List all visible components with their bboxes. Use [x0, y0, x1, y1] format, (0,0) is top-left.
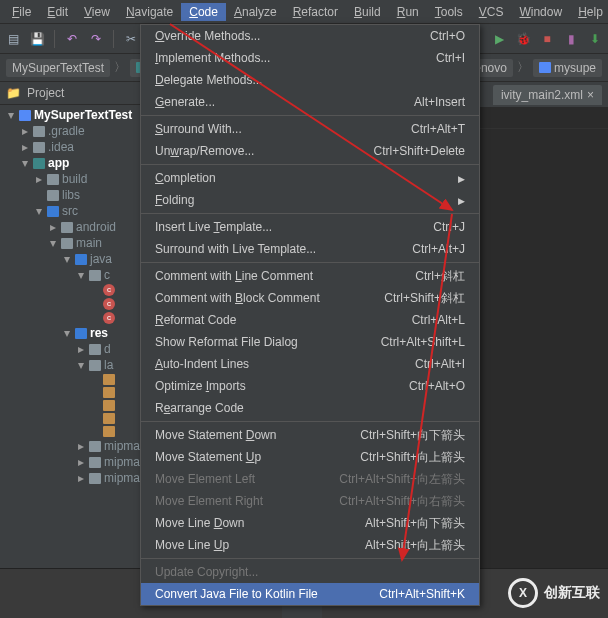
tree-arrow-icon[interactable]: ▾	[48, 236, 58, 250]
crumb-label: MySuperTextTest	[12, 61, 104, 75]
menu-vcs[interactable]: VCS	[471, 3, 512, 21]
menu-item[interactable]: Insert Live Template...Ctrl+J	[141, 216, 479, 238]
tree-label: build	[62, 172, 87, 186]
watermark: X 创新互联	[508, 578, 600, 608]
menu-item[interactable]: Comment with Line CommentCtrl+斜杠	[141, 265, 479, 287]
menu-item[interactable]: Reformat CodeCtrl+Alt+L	[141, 309, 479, 331]
tree-arrow-icon[interactable]: ▾	[20, 156, 30, 170]
folder-icon	[47, 190, 59, 201]
menu-item-label: Move Line Down	[155, 516, 244, 530]
menu-item[interactable]: Unwrap/Remove...Ctrl+Shift+Delete	[141, 140, 479, 162]
tree-label: .gradle	[48, 124, 85, 138]
menu-item[interactable]: Surround With...Ctrl+Alt+T	[141, 118, 479, 140]
source-folder-icon	[47, 206, 59, 217]
run-icon[interactable]: ▶	[490, 30, 508, 48]
class-icon: c	[103, 298, 115, 310]
save-icon[interactable]: 💾	[28, 30, 46, 48]
chevron-right-icon: 〉	[517, 59, 529, 76]
menu-item[interactable]: Show Reformat File DialogCtrl+Alt+Shift+…	[141, 331, 479, 353]
menu-item-label: Surround With...	[155, 122, 242, 136]
tree-arrow-icon[interactable]: ▾	[76, 358, 86, 372]
menu-item[interactable]: Surround with Live Template...Ctrl+Alt+J	[141, 238, 479, 260]
menu-item-label: Optimize Imports	[155, 379, 246, 393]
tree-arrow-icon[interactable]: ▾	[62, 326, 72, 340]
menu-navigate[interactable]: Navigate	[118, 3, 181, 21]
menu-item[interactable]: Completion	[141, 167, 479, 189]
menu-item-label: Convert Java File to Kotlin File	[155, 587, 318, 601]
menu-item-label: Auto-Indent Lines	[155, 357, 249, 371]
menu-tools[interactable]: Tools	[427, 3, 471, 21]
menu-item-shortcut: Ctrl+Alt+Shift+向右箭头	[339, 493, 465, 510]
tree-arrow-icon[interactable]: ▸	[76, 439, 86, 453]
menu-item: Move Element RightCtrl+Alt+Shift+向右箭头	[141, 490, 479, 512]
menu-build[interactable]: Build	[346, 3, 389, 21]
menu-item-shortcut: Ctrl+斜杠	[415, 268, 465, 285]
tree-arrow-icon[interactable]: ▸	[20, 124, 30, 138]
tree-label: la	[104, 358, 113, 372]
menu-item-shortcut: Ctrl+O	[430, 29, 465, 43]
menu-item-shortcut: Ctrl+Alt+J	[412, 242, 465, 256]
menu-item[interactable]: Move Line DownAlt+Shift+向下箭头	[141, 512, 479, 534]
menu-run[interactable]: Run	[389, 3, 427, 21]
menu-help[interactable]: Help	[570, 3, 608, 21]
redo-icon[interactable]: ↷	[87, 30, 105, 48]
folder-icon	[89, 457, 101, 468]
menu-refactor[interactable]: Refactor	[285, 3, 346, 21]
menu-item-shortcut: Ctrl+Alt+Shift+L	[381, 335, 465, 349]
folder-icon	[61, 238, 73, 249]
menu-code[interactable]: Code	[181, 3, 226, 21]
tree-label: java	[90, 252, 112, 266]
menu-edit[interactable]: Edit	[39, 3, 76, 21]
tree-arrow-icon[interactable]: ▸	[76, 455, 86, 469]
crumb-project[interactable]: MySuperTextTest	[6, 59, 110, 77]
tree-arrow-icon[interactable]: ▸	[20, 140, 30, 154]
cut-icon[interactable]: ✂	[122, 30, 140, 48]
folder-icon	[61, 222, 73, 233]
tree-arrow-icon[interactable]: ▾	[6, 108, 16, 122]
crumb-path[interactable]: mysupe	[533, 59, 602, 77]
menu-item[interactable]: Implement Methods...Ctrl+I	[141, 47, 479, 69]
menu-file[interactable]: File	[4, 3, 39, 21]
menu-item[interactable]: Override Methods...Ctrl+O	[141, 25, 479, 47]
tree-arrow-icon[interactable]: ▾	[76, 268, 86, 282]
tree-arrow-icon[interactable]: ▸	[76, 342, 86, 356]
menu-item[interactable]: Move Statement UpCtrl+Shift+向上箭头	[141, 446, 479, 468]
menu-item-label: Comment with Block Comment	[155, 291, 320, 305]
menu-item[interactable]: Generate...Alt+Insert	[141, 91, 479, 113]
tree-arrow-icon[interactable]: ▾	[62, 252, 72, 266]
menu-item[interactable]: Move Statement DownCtrl+Shift+向下箭头	[141, 424, 479, 446]
undo-icon[interactable]: ↶	[63, 30, 81, 48]
menu-item[interactable]: Optimize ImportsCtrl+Alt+O	[141, 375, 479, 397]
menu-item[interactable]: Comment with Block CommentCtrl+Shift+斜杠	[141, 287, 479, 309]
sdk-icon[interactable]: ⬇	[586, 30, 604, 48]
tree-arrow-icon[interactable]: ▸	[34, 172, 44, 186]
menu-item[interactable]: Auto-Indent LinesCtrl+Alt+I	[141, 353, 479, 375]
close-icon[interactable]: ×	[587, 88, 594, 102]
tree-label: MySuperTextTest	[34, 108, 132, 122]
menu-view[interactable]: View	[76, 3, 118, 21]
tree-arrow-icon[interactable]: ▸	[76, 471, 86, 485]
menu-item[interactable]: Move Line UpAlt+Shift+向上箭头	[141, 534, 479, 556]
menu-item-label: Implement Methods...	[155, 51, 270, 65]
stop-icon[interactable]: ■	[538, 30, 556, 48]
editor-tab[interactable]: ivity_main2.xml×	[493, 85, 602, 105]
menu-item[interactable]: Rearrange Code	[141, 397, 479, 419]
module-icon	[33, 158, 45, 169]
menu-item[interactable]: Folding	[141, 189, 479, 211]
tree-arrow-icon[interactable]: ▾	[34, 204, 44, 218]
menu-analyze[interactable]: Analyze	[226, 3, 285, 21]
menu-item-label: Delegate Methods...	[155, 73, 262, 87]
tree-label: d	[104, 342, 111, 356]
menu-item-label: Unwrap/Remove...	[155, 144, 254, 158]
debug-icon[interactable]: 🐞	[514, 30, 532, 48]
menu-item-label: Generate...	[155, 95, 215, 109]
menu-item[interactable]: Convert Java File to Kotlin FileCtrl+Alt…	[141, 583, 479, 605]
avd-icon[interactable]: ▮	[562, 30, 580, 48]
menu-item-label: Show Reformat File Dialog	[155, 335, 298, 349]
menu-window[interactable]: Window	[511, 3, 570, 21]
menu-item[interactable]: Delegate Methods...	[141, 69, 479, 91]
tree-arrow-icon[interactable]: ▸	[48, 220, 58, 234]
xml-icon	[103, 400, 115, 411]
open-icon[interactable]: ▤	[4, 30, 22, 48]
menu-item-shortcut: Ctrl+Alt+Shift+K	[379, 587, 465, 601]
